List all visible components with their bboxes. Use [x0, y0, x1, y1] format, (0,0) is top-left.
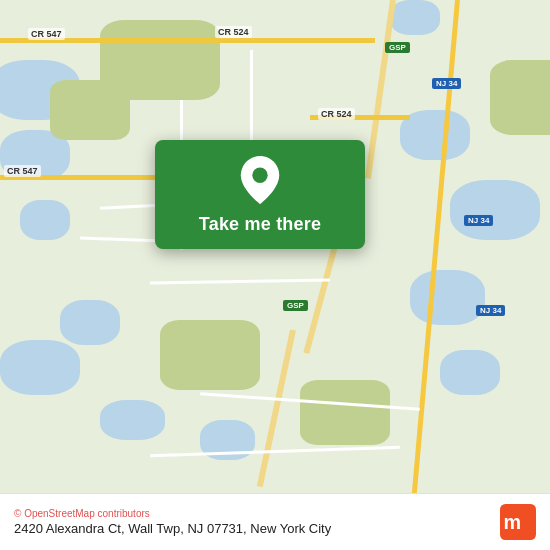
take-me-there-card[interactable]: Take me there [155, 140, 365, 249]
water-area [390, 0, 440, 35]
cr547-mid-label: CR 547 [4, 165, 41, 177]
nj34-low-label: NJ 34 [476, 305, 505, 316]
take-me-there-label: Take me there [199, 214, 321, 235]
forest-area [300, 380, 390, 445]
water-area [450, 180, 540, 240]
gsp-low-label: GSP [283, 300, 308, 311]
nj34-top-label: NJ 34 [432, 78, 461, 89]
map-view: CR 547 CR 547 CR 524 CR 524 GSP GSP GSP … [0, 0, 550, 550]
cr524-right-label: CR 524 [318, 108, 355, 120]
moovit-icon: m [500, 504, 536, 540]
local-road-7 [250, 50, 253, 150]
gsp-top-label: GSP [385, 42, 410, 53]
water-area [440, 350, 500, 395]
address-section: © OpenStreetMap contributors 2420 Alexan… [14, 508, 331, 536]
water-area [410, 270, 485, 325]
svg-point-0 [252, 168, 267, 183]
water-area [100, 400, 165, 440]
water-area [0, 340, 80, 395]
address-text: 2420 Alexandra Ct, Wall Twp, NJ 07731, N… [14, 521, 331, 536]
location-pin-icon [239, 156, 281, 204]
water-area [20, 200, 70, 240]
cr524-top-label: CR 524 [215, 26, 252, 38]
forest-area [160, 320, 260, 390]
moovit-logo: m [500, 504, 536, 540]
bottom-info-bar: © OpenStreetMap contributors 2420 Alexan… [0, 493, 550, 550]
nj34-mid-label: NJ 34 [464, 215, 493, 226]
osm-credit: © OpenStreetMap contributors [14, 508, 331, 519]
water-area [400, 110, 470, 160]
cr524-road-top [195, 38, 375, 43]
water-area [60, 300, 120, 345]
forest-area [490, 60, 550, 135]
forest-area [50, 80, 130, 140]
cr547-top-label: CR 547 [28, 28, 65, 40]
svg-text:m: m [504, 511, 522, 533]
